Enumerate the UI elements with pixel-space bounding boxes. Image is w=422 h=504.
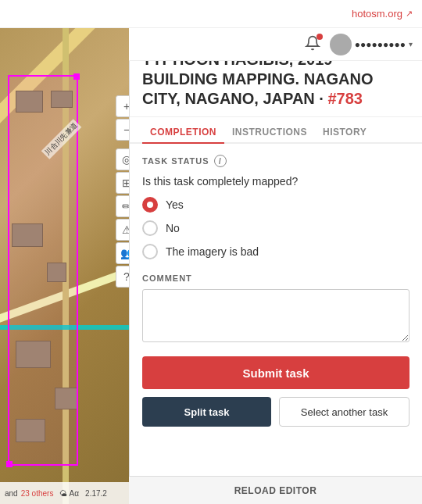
notification-dot [316,34,323,40]
hotosm-label: hotosm.org [352,8,402,20]
selection-handle-top [73,73,80,80]
radio-no-circle [142,220,158,236]
people-button[interactable]: 👥 [116,242,129,264]
tab-instructions[interactable]: INSTRUCTIONS [224,120,315,144]
task-status-label: TASK STATUS [142,156,209,166]
layers-button[interactable]: ⊞ [116,172,129,194]
comment-section: COMMENT [142,273,409,345]
task-status-help-icon[interactable]: i [214,155,227,167]
external-link-icon: ↗ [406,9,413,19]
username-label: ●●●●●●●●● [355,39,406,50]
tab-completion[interactable]: COMPLETION [142,120,224,144]
option-yes-label: Yes [166,198,184,211]
secondary-buttons: Split task Select another task [142,397,409,427]
map-bottom-text: and [5,489,18,498]
tabs: COMPLETION INSTRUCTIONS HISTORY [130,120,422,144]
comment-label: COMMENT [142,273,409,283]
comment-textarea[interactable] [142,289,409,342]
map-tools: + − ◎ ⊞ ✏ ⚠ 👥 ? [116,95,129,288]
radio-bad-circle [142,244,158,259]
avatar [330,34,352,55]
select-another-button[interactable]: Select another task [279,397,409,427]
tab-history[interactable]: HISTORY [315,120,374,144]
map-others-count[interactable]: 23 others [21,489,54,498]
reload-editor-bar[interactable]: RELOAD EDITOR [129,476,422,504]
radio-yes-circle [142,197,158,213]
map-container[interactable]: ↩ ↪ Undo / Redo ⬆ Save 川合川先兼道 [0,28,129,504]
option-yes[interactable]: Yes [142,197,409,213]
split-task-button[interactable]: Split task [142,397,271,427]
edit-button[interactable]: ✏ [116,195,129,217]
right-panel: #6980 | Crisis Mappers Japan ▭ TYPHOON H… [129,28,422,504]
option-bad-label: The imagery is bad [166,245,259,258]
zoom-out-button[interactable]: − [116,119,129,141]
radio-group: Yes No The imagery is bad [142,197,409,259]
locate-button[interactable]: ◎ [116,148,129,170]
selection-handle-bottom [6,461,13,467]
map-footer: and 23 others 🌤 Aα 2.17.2 [0,482,129,504]
task-status-section-title: TASK STATUS i [142,155,409,167]
nav-bar: ●●●●●●●●● ▾ [129,28,422,61]
user-menu[interactable]: ●●●●●●●●● ▾ [330,34,413,55]
zoom-in-button[interactable]: + [116,95,129,117]
option-bad-imagery[interactable]: The imagery is bad [142,244,409,259]
reload-label: RELOAD EDITOR [234,485,317,496]
top-bar: hotosm.org ↗ [0,0,422,28]
map-version: 2.17.2 [85,489,107,498]
warning-button[interactable]: ⚠ [116,219,129,241]
submit-button[interactable]: Submit task [142,356,409,389]
task-number: #783 [327,90,363,107]
mapping-question: Is this task completely mapped? [142,175,409,188]
chevron-down-icon: ▾ [409,40,413,48]
help-map-button[interactable]: ? [116,266,129,288]
option-no-label: No [166,222,180,234]
option-no[interactable]: No [142,220,409,236]
hotosm-link[interactable]: hotosm.org ↗ [352,8,413,20]
notifications-button[interactable] [305,35,320,54]
map-background: 川合川先兼道 [0,28,129,504]
panel-content: TASK STATUS i Is this task completely ma… [130,144,422,438]
